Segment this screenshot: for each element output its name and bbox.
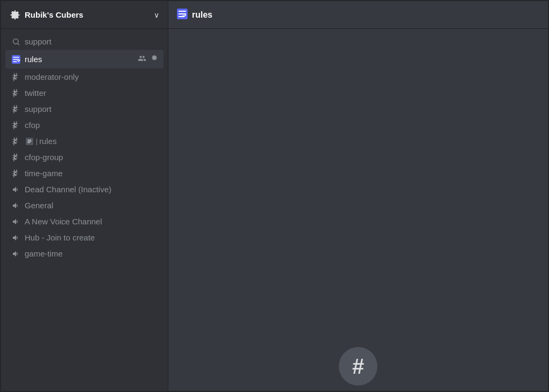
voice-icon-hub-join [12,233,20,242]
channel-name-time-game: time-game [25,169,159,178]
bar-separator: | [36,138,38,145]
server-header-left: Rubik's Cubers [10,10,83,20]
sidebar-item-rules[interactable]: rules [5,50,164,69]
channel-name-support-text: support [25,104,159,114]
channel-name-moderator-only: moderator-only [25,72,159,81]
sidebar-item-twitter[interactable]: twitter [5,85,164,101]
sidebar-item-general-voice[interactable]: General [5,198,164,213]
rules-channel-icon [12,55,20,64]
sidebar-item-cfop-group[interactable]: cfop-group [5,149,164,165]
search-icon [12,37,20,46]
sidebar-item-moderator-only[interactable]: moderator-only [5,69,164,85]
channel-name-support-search: support [25,37,159,46]
hash-symbol: # [352,355,364,379]
server-settings-icon [10,10,20,20]
sidebar-item-cfop[interactable]: cfop [5,117,164,133]
sidebar-item-a-new-voice-channel[interactable]: A New Voice Channel [5,214,164,229]
content-area: # [168,29,548,391]
channel-name-cfop-group: cfop-group [25,153,159,162]
floating-hash-icon: # [339,347,377,386]
channel-name-general-voice: General [25,201,159,210]
sidebar-item-hub-join[interactable]: Hub - Join to create [5,230,164,245]
manage-members-icon[interactable] [137,53,147,65]
channel-name-twitter: twitter [25,88,159,97]
svg-line-1 [18,43,19,45]
channel-name-hub-join: Hub - Join to create [25,233,159,242]
hash-icon-rules2 [12,137,20,146]
app-container: Rubik's Cubers ∨ support [0,0,549,392]
channel-list: support rules [1,29,168,391]
channel-name-game-time: game-time [25,249,159,258]
hash-icon-support [12,105,20,114]
channel-name-dead-channel: Dead Channel (Inactive) [25,185,159,194]
sidebar: Rubik's Cubers ∨ support [1,1,168,391]
voice-icon-dead-channel [12,185,20,194]
rules-actions [137,53,159,65]
svg-point-0 [13,39,18,43]
sidebar-item-support[interactable]: support [5,101,164,117]
hash-icon-time-game [12,169,20,178]
hash-icon-cfop [12,121,20,130]
chevron-down-icon: ∨ [154,11,159,19]
inline-rules-icon [26,138,33,145]
hash-icon-cfop-group [12,153,20,162]
sidebar-item-support-search[interactable]: support [5,34,164,49]
channel-header: rules [168,1,548,29]
voice-icon-new-channel [12,217,20,226]
server-header[interactable]: Rubik's Cubers ∨ [1,1,168,29]
sidebar-item-dead-channel[interactable]: Dead Channel (Inactive) [5,182,164,197]
channel-name-cfop: cfop [25,120,159,130]
channel-header-rules-icon [177,9,188,21]
sidebar-item-game-time[interactable]: game-time [5,246,164,261]
server-name: Rubik's Cubers [25,10,83,19]
channel-settings-icon[interactable] [150,54,159,65]
sidebar-item-time-game[interactable]: time-game [5,165,164,181]
hash-icon [12,73,20,81]
hash-icon-twitter [12,89,20,97]
main-content: rules # [168,1,548,391]
channel-header-name: rules [192,10,212,20]
voice-icon-game-time [12,250,20,258]
channel-name-a-new-voice-channel: A New Voice Channel [25,217,159,226]
channel-name-rules: rules [25,55,135,64]
sidebar-item-rules2[interactable]: | rules [5,133,164,149]
channel-name-rules2: rules [39,137,159,146]
voice-icon-general [12,201,20,210]
